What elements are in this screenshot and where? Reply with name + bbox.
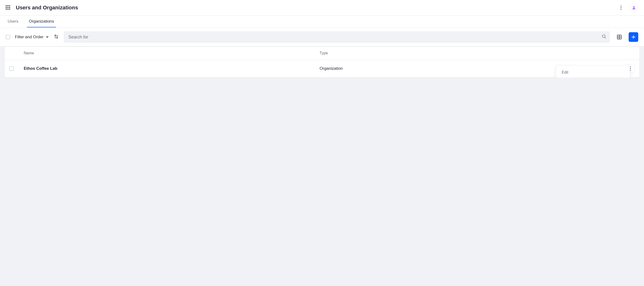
search-icon <box>602 34 606 39</box>
tabs: Users Organizations <box>0 16 644 28</box>
svg-point-3 <box>633 6 635 8</box>
search-button[interactable] <box>602 34 606 40</box>
sort-toggle-button[interactable] <box>54 34 59 40</box>
add-button[interactable] <box>629 32 638 42</box>
view-toggle-button[interactable] <box>615 33 624 42</box>
svg-point-4 <box>602 35 605 38</box>
svg-point-2 <box>620 9 622 10</box>
page-title: Users and Organizations <box>16 5 617 11</box>
table-row[interactable]: Ethos Coffee Lab Organization <box>4 60 640 77</box>
filter-label: Filter and Order <box>15 35 44 40</box>
row-name[interactable]: Ethos Coffee Lab <box>24 66 320 71</box>
user-avatar[interactable] <box>630 3 638 12</box>
apps-menu-icon[interactable] <box>6 5 10 10</box>
column-header-type[interactable]: Type <box>320 51 616 55</box>
filter-order-dropdown[interactable]: Filter and Order <box>15 35 49 40</box>
page-options-button[interactable] <box>617 3 625 12</box>
tab-organizations[interactable]: Organizations <box>27 16 56 28</box>
organizations-table: Name Type Ethos Coffee Lab Organization <box>4 46 640 77</box>
search-input[interactable] <box>64 31 610 43</box>
svg-point-0 <box>620 6 622 7</box>
vertical-dots-icon <box>620 6 622 10</box>
svg-point-1 <box>620 7 622 8</box>
row-actions-menu: Edit Manage Site Assign Organization Rol… <box>556 65 630 77</box>
grid-icon <box>617 34 622 40</box>
sort-arrows-icon <box>54 34 59 39</box>
person-icon <box>632 6 636 10</box>
row-checkbox[interactable] <box>9 66 14 71</box>
menu-item-edit[interactable]: Edit <box>556 67 630 77</box>
tab-users[interactable]: Users <box>6 16 20 28</box>
caret-down-icon <box>46 36 49 38</box>
select-all-checkbox[interactable] <box>6 35 10 39</box>
plus-icon <box>631 34 636 40</box>
column-header-name[interactable]: Name <box>24 51 320 55</box>
